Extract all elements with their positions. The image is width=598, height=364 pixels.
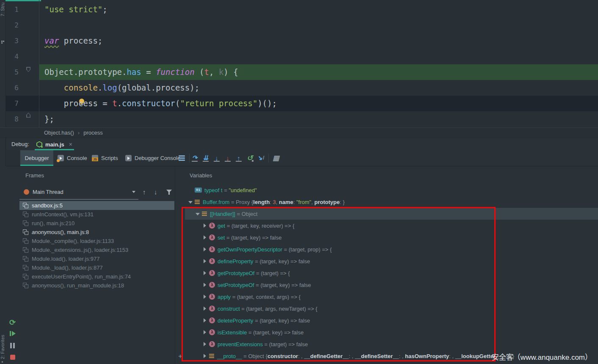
toolbar-separator	[268, 154, 269, 163]
annotation-rectangle	[182, 207, 496, 361]
step-out-icon[interactable]: ↑	[234, 153, 243, 163]
frame-row[interactable]: Module._compile(), loader.js:1133	[19, 237, 174, 245]
line-number[interactable]: 5	[6, 64, 19, 80]
previous-frame-icon[interactable]: ↑	[143, 186, 146, 198]
code-line[interactable]: };	[39, 111, 598, 127]
frame-label: anonymous(), main.js:8	[32, 229, 89, 235]
breadcrumb-item-field[interactable]: process	[83, 128, 103, 138]
frame-label: run(), main.js:210	[32, 220, 74, 226]
expander-placeholder	[188, 188, 193, 192]
step-into-icon[interactable]: ↓	[212, 153, 221, 163]
close-icon[interactable]: ×	[69, 141, 72, 148]
variable-row[interactable]: 01typeof t = "undefined"	[185, 184, 598, 196]
object-icon	[195, 199, 200, 204]
variable-row[interactable]: Buffer.from = Proxy {length: 3, name: "f…	[185, 196, 598, 208]
thread-selector-label: Main Thread	[33, 186, 63, 198]
frame-row[interactable]: Module._load(), loader.js:877	[19, 263, 174, 272]
thread-selector[interactable]: Main Thread ↑ ↓	[19, 186, 175, 198]
frame-row[interactable]: Module._extensions..js(), loader.js:1153	[19, 245, 174, 254]
smart-step-into-icon[interactable]: ↓	[223, 153, 232, 163]
fold-region-end-icon[interactable]	[26, 113, 30, 118]
step-over-icon[interactable]: ↷	[190, 153, 199, 163]
frame-row[interactable]: anonymous(), main.js:8	[19, 228, 174, 237]
pause-program-icon[interactable]	[6, 343, 19, 348]
frame-label: anonymous(), run_main_module.js:18	[32, 282, 124, 289]
frame-label: sandbox.js:5	[32, 202, 63, 209]
structure-icon	[1, 41, 5, 44]
line-number[interactable]: 3	[6, 33, 19, 49]
resume-program-icon[interactable]	[6, 331, 19, 336]
code-editor[interactable]: 12345678 "use strict";var process;Object…	[6, 0, 598, 127]
frame-row[interactable]: runInContext(), vm.js:131	[19, 210, 174, 219]
debug-label: Debug:	[11, 138, 29, 150]
force-step-into-icon[interactable]: ⇊	[201, 153, 210, 163]
tab-debugger[interactable]: Debugger	[20, 150, 53, 166]
stack-frame-icon	[23, 229, 28, 235]
frames-panel: Frames Main Thread ↑ ↓ sandbox.js:5runIn…	[19, 166, 175, 364]
frame-label: Module._load(), loader.js:877	[32, 265, 103, 271]
line-number[interactable]: 2	[6, 17, 19, 33]
code-line[interactable]	[39, 17, 598, 33]
fold-region-start-icon[interactable]	[26, 67, 30, 72]
structure-button-label: 7: Stru	[0, 3, 6, 16]
frame-label: Module._extensions..js(), loader.js:1153	[32, 247, 128, 253]
code-area[interactable]: "use strict";var process;Object.prototyp…	[39, 0, 598, 127]
nodejs-icon	[36, 141, 42, 148]
next-frame-icon[interactable]: ↓	[154, 186, 157, 198]
stack-frame-icon	[23, 274, 28, 279]
tab-scripts[interactable]: JS Scripts	[92, 150, 118, 166]
code-line[interactable]: var process;	[39, 33, 598, 49]
stack-frame-icon	[23, 221, 28, 226]
expander-open-icon[interactable]	[188, 200, 193, 204]
line-number[interactable]: 4	[6, 49, 19, 64]
code-line[interactable]	[39, 49, 598, 64]
stop-program-icon[interactable]	[6, 355, 19, 360]
stack-frame-icon	[23, 238, 28, 244]
frame-label: Module._compile(), loader.js:1133	[32, 238, 114, 244]
line-number[interactable]: 8	[6, 111, 19, 127]
drop-frame-icon[interactable]: ↺	[245, 153, 254, 163]
debug-toolbar: Debugger Console JS Scripts Debugger Con…	[19, 150, 598, 166]
filter-frames-icon[interactable]	[166, 190, 172, 195]
debug-session-tab[interactable]: main.js ×	[35, 138, 74, 150]
horizontal-scrollbar[interactable]	[19, 199, 138, 200]
breadcrumb: Object.has()›process	[0, 127, 598, 138]
code-line[interactable]: "use strict";	[39, 2, 598, 17]
frames-list: sandbox.js:5runInContext(), vm.js:131run…	[19, 201, 174, 290]
frame-label: runInContext(), vm.js:131	[32, 211, 94, 218]
frame-label: Module.load(), loader.js:977	[32, 256, 99, 262]
debug-session-tab-title: main.js	[45, 141, 64, 148]
code-line[interactable]: console.log(global.process);	[39, 80, 598, 96]
layout-settings-icon[interactable]	[179, 155, 185, 162]
debugger-console-icon	[125, 155, 132, 161]
thread-status-icon	[24, 189, 29, 195]
variable-name: typeof t	[204, 187, 223, 193]
toolbar-separator	[189, 154, 190, 163]
frame-label: executeUserEntryPoint(), run_main.js:74	[32, 273, 131, 280]
line-number[interactable]: 1	[6, 2, 19, 17]
frames-panel-title: Frames	[25, 172, 44, 179]
frame-row[interactable]: Module.load(), loader.js:977	[19, 254, 174, 263]
stack-frame-icon	[23, 203, 28, 208]
debug-controls-toolbar: ⟳ ⚡ ⚙▾	[6, 166, 20, 364]
stack-frame-icon	[23, 283, 28, 288]
tool-window-bar: 7: Stru 2: Favorites ✦	[0, 0, 6, 364]
frame-row[interactable]: executeUserEntryPoint(), run_main.js:74	[19, 272, 174, 281]
editor-gutter[interactable]: 12345678	[6, 0, 19, 127]
code-line[interactable]: Object.prototype.has = function (t, k) {	[39, 64, 598, 80]
tab-console[interactable]: Console	[58, 150, 87, 166]
code-line[interactable]: process = t.constructor("return process"…	[39, 96, 598, 111]
frame-row[interactable]: anonymous(), run_main_module.js:18	[19, 281, 174, 290]
stack-frame-icon	[23, 247, 28, 253]
tab-debugger-console[interactable]: Debugger Console	[125, 150, 180, 166]
run-to-cursor-icon[interactable]: ↘I	[256, 153, 265, 163]
line-number[interactable]: 7	[6, 96, 19, 111]
rerun-program-icon[interactable]: ⟳	[6, 318, 19, 327]
breadcrumb-item-method[interactable]: Object.has()	[44, 128, 74, 138]
line-number[interactable]: 6	[6, 80, 19, 96]
star-icon: ✦	[1, 360, 4, 364]
evaluate-expression-icon[interactable]: ▦	[271, 153, 281, 163]
debug-toolwindow-header: Debug: main.js ×	[6, 138, 598, 150]
frame-row[interactable]: run(), main.js:210	[19, 219, 174, 228]
frame-row[interactable]: sandbox.js:5	[19, 201, 174, 210]
